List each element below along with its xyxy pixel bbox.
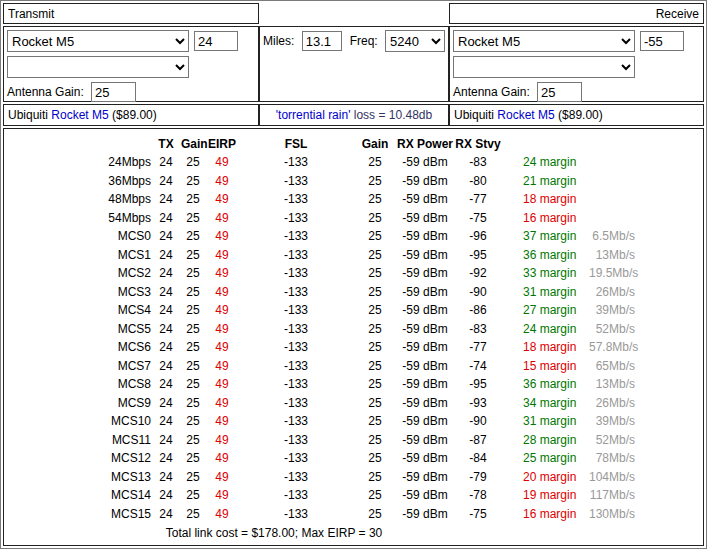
cell-rate: MCS11 <box>4 433 151 447</box>
receive-product-box: Ubiquiti Rocket M5 ($89.00) <box>449 104 704 126</box>
cell-gain: 25 <box>181 414 205 428</box>
cell-fsl: -133 <box>239 340 353 354</box>
cell-speed: 57.8Mb/s <box>589 340 635 354</box>
cell-eirp: 49 <box>205 322 239 336</box>
cell-gain: 25 <box>181 174 205 188</box>
cell-speed: 26Mb/s <box>589 396 635 410</box>
cell-gain: 25 <box>181 507 205 521</box>
cell-eirp: 49 <box>205 507 239 521</box>
cell-gain2: 25 <box>353 488 397 502</box>
table-row: MCS10242549-13325-59 dBm-9031 margin39Mb… <box>4 412 703 431</box>
miles-input[interactable] <box>302 31 342 51</box>
table-row: MCS8242549-13325-59 dBm-9536 margin13Mb/… <box>4 375 703 394</box>
receive-radio-select[interactable]: Rocket M5 <box>453 30 635 52</box>
cell-speed: 6.5Mb/s <box>589 229 635 243</box>
cell-fsl: -133 <box>239 303 353 317</box>
freq-select[interactable]: 5240 <box>385 30 445 52</box>
miles-label: Miles: <box>263 34 298 48</box>
cell-eirp: 49 <box>205 414 239 428</box>
cell-rx-stvy: -77 <box>453 340 503 354</box>
cell-fsl: -133 <box>239 507 353 521</box>
cell-speed: 39Mb/s <box>589 303 635 317</box>
cell-rx-power: -59 dBm <box>397 470 453 484</box>
cell-margin: 19 margin <box>503 488 589 502</box>
cell-rx-power: -59 dBm <box>397 507 453 521</box>
cell-eirp: 49 <box>205 340 239 354</box>
receive-power-input[interactable] <box>640 31 684 51</box>
cell-eirp: 49 <box>205 155 239 169</box>
cell-tx: 24 <box>151 266 181 280</box>
transmit-antenna-gain-input[interactable] <box>91 82 136 102</box>
rain-loss-text: loss = 10.48db <box>350 108 432 122</box>
receive-product-link[interactable]: Rocket M5 <box>497 108 554 122</box>
transmit-antenna-select[interactable] <box>7 56 189 78</box>
receive-antenna-row <box>453 56 700 78</box>
cell-rx-power: -59 dBm <box>397 451 453 465</box>
transmit-product-suffix: ($89.00) <box>109 108 157 122</box>
cell-margin: 24 margin <box>503 155 589 169</box>
table-row: MCS3242549-13325-59 dBm-9031 margin26Mb/… <box>4 283 703 302</box>
cell-rate: MCS1 <box>4 248 151 262</box>
cell-fsl: -133 <box>239 266 353 280</box>
cell-fsl: -133 <box>239 488 353 502</box>
transmit-label: Transmit <box>8 7 54 21</box>
cell-rx-power: -59 dBm <box>397 488 453 502</box>
table-row: 54Mbps242549-13325-59 dBm-7516 margin <box>4 209 703 228</box>
cell-eirp: 49 <box>205 377 239 391</box>
cell-rate: MCS3 <box>4 285 151 299</box>
receive-antenna-select[interactable] <box>453 56 635 78</box>
cell-speed: 65Mb/s <box>589 359 635 373</box>
cell-rate: MCS12 <box>4 451 151 465</box>
transmit-radio-select[interactable]: Rocket M5 <box>7 30 189 52</box>
cell-gain: 25 <box>181 248 205 262</box>
header-fsl: FSL <box>239 137 353 151</box>
cell-rx-power: -59 dBm <box>397 359 453 373</box>
cell-fsl: -133 <box>239 451 353 465</box>
cell-gain: 25 <box>181 266 205 280</box>
cell-fsl: -133 <box>239 155 353 169</box>
cell-gain: 25 <box>181 433 205 447</box>
cell-gain2: 25 <box>353 507 397 521</box>
cell-margin: 15 margin <box>503 359 589 373</box>
receive-product-prefix: Ubiquiti <box>454 108 497 122</box>
cell-tx: 24 <box>151 229 181 243</box>
cell-gain: 25 <box>181 340 205 354</box>
cell-rx-stvy: -84 <box>453 451 503 465</box>
cell-rate: MCS9 <box>4 396 151 410</box>
receive-antenna-gain-input[interactable] <box>537 82 582 102</box>
cell-rx-power: -59 dBm <box>397 340 453 354</box>
cell-eirp: 49 <box>205 229 239 243</box>
cell-rate: 54Mbps <box>4 211 151 225</box>
cell-margin: 18 margin <box>503 340 589 354</box>
cell-speed: 117Mb/s <box>589 488 635 502</box>
table-header-row: TX Gain EIRP FSL Gain RX Power RX Stvy <box>4 134 703 153</box>
cell-rx-power: -59 dBm <box>397 192 453 206</box>
cell-rx-power: -59 dBm <box>397 266 453 280</box>
receive-radio-row: Rocket M5 <box>453 30 700 52</box>
transmit-power-input[interactable] <box>194 31 238 51</box>
cell-fsl: -133 <box>239 192 353 206</box>
cell-margin: 31 margin <box>503 414 589 428</box>
cell-rx-stvy: -90 <box>453 414 503 428</box>
cell-gain2: 25 <box>353 470 397 484</box>
header-rx-gain: Gain <box>353 137 397 151</box>
cell-gain2: 25 <box>353 192 397 206</box>
cell-rx-power: -59 dBm <box>397 229 453 243</box>
cell-tx: 24 <box>151 192 181 206</box>
receive-product-suffix: ($89.00) <box>555 108 603 122</box>
cell-gain: 25 <box>181 211 205 225</box>
cell-gain: 25 <box>181 377 205 391</box>
transmit-product-link[interactable]: Rocket M5 <box>51 108 108 122</box>
receive-panel: Receive Rocket M5 Antenna Gain: <box>449 3 704 126</box>
rain-link[interactable]: 'torrential rain' <box>276 108 351 122</box>
cell-rx-stvy: -86 <box>453 303 503 317</box>
table-row: MCS6242549-13325-59 dBm-7718 margin57.8M… <box>4 338 703 357</box>
cell-gain: 25 <box>181 470 205 484</box>
cell-gain2: 25 <box>353 433 397 447</box>
cell-rx-stvy: -77 <box>453 192 503 206</box>
table-row: 36Mbps242549-13325-59 dBm-8021 margin <box>4 172 703 191</box>
table-row: MCS7242549-13325-59 dBm-7415 margin65Mb/… <box>4 357 703 376</box>
cell-rate: MCS14 <box>4 488 151 502</box>
cell-margin: 21 margin <box>503 174 589 188</box>
receive-title-box: Receive <box>449 3 704 24</box>
